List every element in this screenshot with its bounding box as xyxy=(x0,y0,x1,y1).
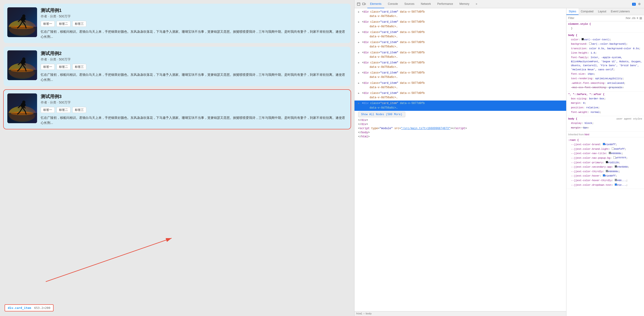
svg-point-18 xyxy=(11,69,34,72)
tag[interactable]: 标签二 xyxy=(56,64,70,70)
dom-panel[interactable]: ▶ <div class="card_item" data-v-5877d0fb… xyxy=(354,8,566,311)
style-prop[interactable]: transition: color 0.5s, background-color… xyxy=(568,47,642,51)
styles-filter-icon[interactable]: ⊞ xyxy=(640,16,642,20)
style-prop[interactable]: color: var(--color-text); xyxy=(568,38,642,42)
style-prop[interactable]: --jjext-color-nav-popup-bg: #ffffff; xyxy=(568,156,642,161)
tab-sources[interactable]: Sources xyxy=(402,0,417,8)
tag[interactable]: 标签二 xyxy=(56,21,70,27)
card-content-2: 测试用例2 作者 · 分类 · 500万字 标签一标签二标签三 忆在广陵初，移船… xyxy=(41,50,347,82)
style-prop[interactable]: --jjext-color-hover: #1e80ff; xyxy=(568,174,642,178)
tab-computed[interactable]: Computed xyxy=(578,8,596,15)
style-prop[interactable]: -webkit-font-smoothing: antialiased; xyxy=(568,81,642,86)
styles-filter-hov[interactable]: :hov xyxy=(625,17,630,20)
style-selector[interactable]: body { xyxy=(568,34,642,37)
tab-styles[interactable]: Styles xyxy=(566,8,578,15)
show-all-nodes-button[interactable]: Show All Nodes (500 More) xyxy=(358,112,405,117)
style-prop[interactable]: position: relative; xyxy=(568,106,642,110)
tag[interactable]: 标签一 xyxy=(41,107,55,113)
style-prop[interactable]: text-rendering: optimizeLegibility; xyxy=(568,77,642,81)
dom-node-4[interactable]: ▶ <div class="card_item" data-v-5877d0fb… xyxy=(354,50,566,60)
card-meta-2: 作者 · 分类 · 500万字 xyxy=(41,58,347,62)
style-prop[interactable]: box-sizing: border-box; xyxy=(568,97,642,101)
style-prop[interactable]: --jjext-color-nav-title: #86909c; xyxy=(568,151,642,156)
breadcrumb-html[interactable]: html xyxy=(356,312,362,315)
style-prop[interactable]: font-size: 15px; xyxy=(568,72,642,77)
devtools-settings-icon[interactable]: ⚙ xyxy=(637,1,642,7)
card-desc-3: 忆在广陵初，移船问相识。君骑白马天上来，手把铜章好颜色。东风袅袅吹落花，下马邀予… xyxy=(41,115,347,126)
style-prop[interactable]: line-height: 1.6; xyxy=(568,51,642,55)
style-prop[interactable]: -moz-osx-font-smoothing: grayscale; xyxy=(568,85,642,90)
style-selector[interactable]: body {user agent styles xyxy=(568,118,642,120)
tab-memory[interactable]: Memory xyxy=(457,0,472,8)
inspect-element-icon[interactable] xyxy=(356,2,361,7)
tab-console[interactable]: Console xyxy=(385,0,401,8)
style-prop[interactable]: display: block; xyxy=(568,121,642,126)
dom-closing-div2: </div> xyxy=(354,122,566,126)
style-selector[interactable]: element.style { xyxy=(568,23,642,26)
card-title-2: 测试用例2 xyxy=(41,50,347,57)
style-rule: body { color: var(--color-text); backgro… xyxy=(566,33,644,92)
style-prop[interactable]: margin: 8px; xyxy=(568,126,642,130)
styles-tabs: Styles Computed Layout Event Listeners xyxy=(566,8,644,15)
expand-arrow: ▶ xyxy=(358,41,360,44)
style-prop[interactable]: font-family: Inter, -apple-system, Blink… xyxy=(568,55,642,72)
tag[interactable]: 标签一 xyxy=(41,21,55,27)
card-item-2[interactable]: 测试用例2 作者 · 分类 · 500万字 标签一标签二标签三 忆在广陵初，移船… xyxy=(4,47,350,86)
tag[interactable]: 标签三 xyxy=(72,107,86,113)
style-prop[interactable]: --jjext-color-thirdly: #86909c; xyxy=(568,169,642,174)
card-tags-1: 标签一标签二标签三 xyxy=(41,21,347,27)
style-prop[interactable]: margin: 0; xyxy=(568,101,642,106)
card-content-3: 测试用例3 作者 · 分类 · 500万字 标签一标签二标签三 忆在广陵初，移船… xyxy=(41,93,347,126)
svg-rect-44 xyxy=(362,3,365,5)
style-prop[interactable]: background: var(--color-background); xyxy=(568,42,642,47)
dom-node-9[interactable]: ▶ <div class="card_item" data-v-5877d0fb… xyxy=(354,101,566,111)
tab-more[interactable]: » xyxy=(473,0,480,8)
element-badge-size: 653.2×200 xyxy=(34,306,50,309)
tag[interactable]: 标签三 xyxy=(72,21,86,27)
dom-node-8[interactable]: ▶ <div class="card_item" data-v-5877d0fb… xyxy=(354,91,566,101)
style-source: user agent styles xyxy=(616,118,642,120)
styles-filter-plus[interactable]: + xyxy=(636,16,638,20)
tab-performance[interactable]: Performance xyxy=(434,0,456,8)
tab-network[interactable]: Network xyxy=(418,0,434,8)
style-prop[interactable]: --jjext-color-brand: #1e80ff; xyxy=(568,142,642,147)
webpage-preview: 测试用例1 作者 · 分类 · 500万字 标签一标签二标签三 忆在广陵初，移船… xyxy=(0,0,354,316)
dom-closing-div: </div> xyxy=(354,118,566,122)
styles-filter-input[interactable] xyxy=(568,17,624,20)
card-item-3[interactable]: 测试用例3 作者 · 分类 · 500万字 标签一标签二标签三 忆在广陵初，移船… xyxy=(4,90,350,129)
style-rule: :root { --jjext-color-brand: #1e80ff; --… xyxy=(566,137,644,189)
dom-node-0[interactable]: ▶ <div class="card_item" data-v-5877d0fb… xyxy=(354,9,566,19)
dom-bottom-tag: </html> xyxy=(354,135,566,139)
tag[interactable]: 标签二 xyxy=(56,107,70,113)
dom-node-1[interactable]: ▶ <div class="card_item" data-v-5877d0fb… xyxy=(354,19,566,29)
expand-arrow: ▶ xyxy=(358,102,360,105)
style-prop[interactable]: --jjext-color-primary: #1d2129; xyxy=(568,161,642,165)
style-prop[interactable]: --jjext-color-hover-thirdly: #86...; xyxy=(568,178,642,183)
tab-event-listeners[interactable]: Event Listeners xyxy=(608,8,632,15)
style-selector[interactable]: *, *::before, *::after { xyxy=(568,93,642,96)
tag[interactable]: 标签三 xyxy=(72,64,86,70)
dom-node-3[interactable]: ▶ <div class="card_item" data-v-5877d0fb… xyxy=(354,40,566,50)
style-prop[interactable]: font-weight: normal; xyxy=(568,110,642,115)
style-prop[interactable]: --jjext-color-brand-light: #e8f3ff; xyxy=(568,147,642,152)
responsive-design-icon[interactable] xyxy=(362,2,366,7)
card-item-1[interactable]: 测试用例1 作者 · 分类 · 500万字 标签一标签二标签三 忆在广陵初，移船… xyxy=(4,4,350,43)
style-prop[interactable]: --jjext-color-secondary-app: #4e5969; xyxy=(568,165,642,169)
card-thumbnail-1 xyxy=(7,7,37,37)
dom-node-6[interactable]: ▶ <div class="card_item" data-v-5877d0fb… xyxy=(354,70,566,80)
tab-elements[interactable]: Elements xyxy=(367,0,384,8)
styles-filter-cls[interactable]: .cls xyxy=(632,17,636,20)
styles-panel: Styles Computed Layout Event Listeners :… xyxy=(566,8,644,316)
tag[interactable]: 标签一 xyxy=(41,64,55,70)
card-title-3: 测试用例3 xyxy=(41,93,347,100)
breadcrumb-body[interactable]: body xyxy=(366,312,372,315)
card-thumbnail-3 xyxy=(7,93,37,123)
dom-node-7[interactable]: ▶ <div class="card_item" data-v-5877d0fb… xyxy=(354,80,566,91)
style-prop[interactable]: --jjext-color-dropdown-text: #1e...; xyxy=(568,183,642,188)
style-selector[interactable]: :root { xyxy=(568,139,642,142)
devtools-tabbar: Elements Console Sources Network Perform… xyxy=(354,0,644,8)
expand-arrow: ▶ xyxy=(358,31,360,34)
dom-node-2[interactable]: ▶ <div class="card_item" data-v-5877d0fb… xyxy=(354,30,566,40)
dom-node-5[interactable]: ▶ <div class="card_item" data-v-5877d0fb… xyxy=(354,60,566,70)
tab-layout[interactable]: Layout xyxy=(596,8,608,15)
